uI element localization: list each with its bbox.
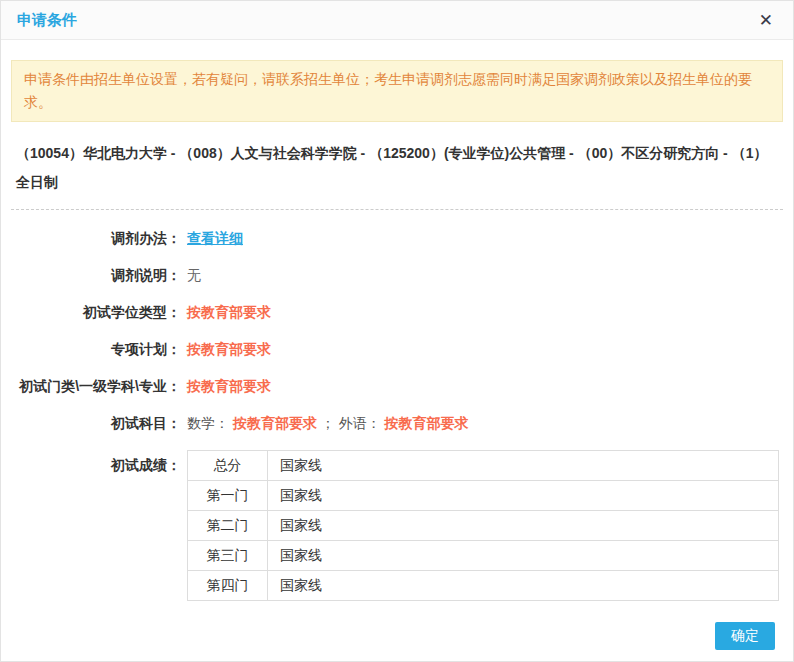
field-row-discipline: 初试门类\一级学科\专业： 按教育部要求 (11, 376, 783, 397)
field-label-subjects: 初试科目： (11, 413, 181, 434)
score-table-row: 总分 国家线 (188, 451, 779, 481)
program-info: （10054）华北电力大学 - （008）人文与社会科学学院 - （125200… (11, 139, 783, 197)
fields-list: 调剂办法： 查看详细 调剂说明： 无 初试学位类型： 按教育部要求 专项计划： … (11, 228, 783, 601)
dialog-title: 申请条件 (17, 11, 77, 30)
apply-conditions-dialog: 申请条件 ✕ 申请条件由招生单位设置，若有疑问，请联系招生单位；考生申请调剂志愿… (0, 0, 794, 662)
field-row-scores: 初试成绩： 总分 国家线 第一门 国家线 第二门 国家线 (11, 450, 783, 601)
field-label-discipline: 初试门类\一级学科\专业： (11, 376, 181, 397)
field-row-note: 调剂说明： 无 (11, 265, 783, 286)
subject-separator: ； (321, 415, 335, 431)
score-row-value: 国家线 (268, 481, 779, 511)
field-label-scores: 初试成绩： (11, 450, 181, 481)
score-table-row: 第四门 国家线 (188, 571, 779, 601)
score-row-name: 第三门 (188, 541, 268, 571)
score-table: 总分 国家线 第一门 国家线 第二门 国家线 第三门 (187, 450, 779, 601)
field-value-discipline: 按教育部要求 (181, 376, 271, 397)
score-row-name: 第二门 (188, 511, 268, 541)
subject-math-label: 数学： (187, 415, 229, 431)
field-label-method: 调剂办法： (11, 228, 181, 249)
score-table-row: 第三门 国家线 (188, 541, 779, 571)
score-row-value: 国家线 (268, 451, 779, 481)
dialog-header: 申请条件 ✕ (1, 1, 793, 40)
subject-foreign-value: 按教育部要求 (385, 415, 469, 431)
score-row-name: 第一门 (188, 481, 268, 511)
field-row-degree-type: 初试学位类型： 按教育部要求 (11, 302, 783, 323)
field-row-method: 调剂办法： 查看详细 (11, 228, 783, 249)
notice-text: 申请条件由招生单位设置，若有疑问，请联系招生单位；考生申请调剂志愿需同时满足国家… (24, 71, 752, 110)
close-icon[interactable]: ✕ (755, 10, 777, 31)
field-value-note: 无 (181, 265, 201, 286)
field-value-degree-type: 按教育部要求 (181, 302, 271, 323)
field-row-special-plan: 专项计划： 按教育部要求 (11, 339, 783, 360)
score-row-value: 国家线 (268, 511, 779, 541)
field-label-special-plan: 专项计划： (11, 339, 181, 360)
field-value-subjects: 数学： 按教育部要求 ； 外语： 按教育部要求 (181, 413, 469, 434)
divider (11, 209, 783, 210)
score-row-value: 国家线 (268, 541, 779, 571)
subject-math-value: 按教育部要求 (233, 415, 317, 431)
score-row-name: 第四门 (188, 571, 268, 601)
score-table-row: 第二门 国家线 (188, 511, 779, 541)
dialog-body: 申请条件由招生单位设置，若有疑问，请联系招生单位；考生申请调剂志愿需同时满足国家… (1, 60, 793, 601)
field-label-degree-type: 初试学位类型： (11, 302, 181, 323)
score-row-name: 总分 (188, 451, 268, 481)
confirm-button[interactable]: 确定 (715, 622, 775, 650)
field-row-subjects: 初试科目： 数学： 按教育部要求 ； 外语： 按教育部要求 (11, 413, 783, 434)
subject-foreign-label: 外语： (339, 415, 381, 431)
score-table-row: 第一门 国家线 (188, 481, 779, 511)
score-row-value: 国家线 (268, 571, 779, 601)
field-value-special-plan: 按教育部要求 (181, 339, 271, 360)
notice-banner: 申请条件由招生单位设置，若有疑问，请联系招生单位；考生申请调剂志愿需同时满足国家… (11, 60, 783, 122)
field-label-note: 调剂说明： (11, 265, 181, 286)
view-detail-link[interactable]: 查看详细 (181, 228, 243, 249)
